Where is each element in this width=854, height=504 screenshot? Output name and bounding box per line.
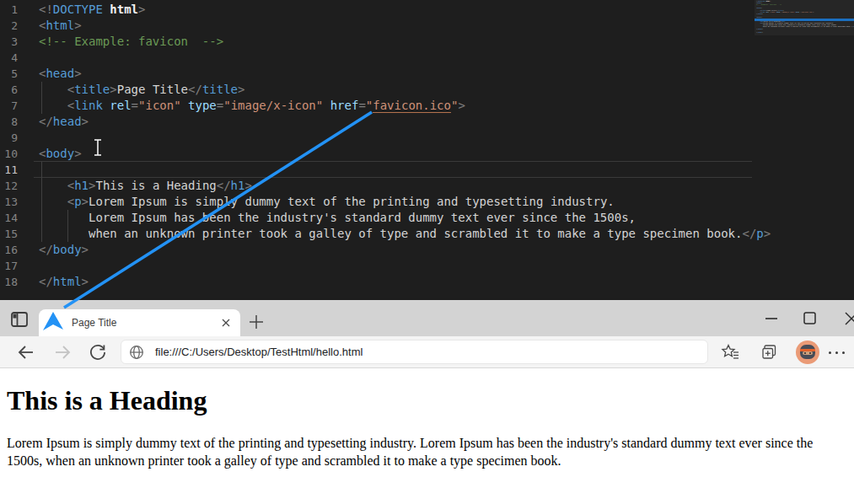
address-bar[interactable]: file:///C:/Users/Desktop/TestHtml/hello.… — [121, 340, 708, 364]
code-line[interactable]: </html> — [39, 274, 771, 290]
code-line[interactable]: <p>Lorem Ipsum is simply dummy text of t… — [39, 194, 771, 210]
forward-button[interactable] — [53, 343, 72, 362]
window-maximize-button[interactable] — [791, 300, 829, 336]
line-number: 8 — [0, 114, 18, 130]
ninja-avatar-eye — [809, 352, 811, 354]
page-heading: This is a Heading — [7, 385, 847, 416]
code-line[interactable]: <h1>This is a Heading</h1> — [39, 178, 771, 194]
code-line[interactable]: <body> — [39, 146, 771, 162]
code-line[interactable]: </body> — [39, 242, 771, 258]
code-line[interactable]: </head> — [39, 114, 771, 130]
tab-title: Page Title — [72, 317, 116, 329]
tab-close-icon[interactable] — [220, 317, 232, 329]
line-number: 9 — [0, 130, 18, 146]
line-number: 15 — [0, 226, 18, 242]
collections-icon[interactable] — [760, 343, 778, 362]
gutter: 123456789101112131415161718 — [0, 2, 18, 290]
code-line[interactable]: <link rel="icon" type="image/x-icon" hre… — [39, 98, 771, 114]
line-number: 11 — [0, 162, 18, 178]
code-line[interactable] — [39, 50, 771, 66]
line-number: 10 — [0, 146, 18, 162]
window-close-button[interactable] — [834, 300, 854, 336]
code-line[interactable]: <html> — [39, 18, 771, 34]
code-line[interactable]: when an unknown printer took a galley of… — [39, 226, 771, 242]
minimap-content: <!DOCTYPE html><html><!-- Example: favic… — [756, 0, 854, 34]
code-line[interactable]: Lorem Ipsum has been the industry's stan… — [39, 210, 771, 226]
code-line[interactable]: <!-- Example: favicon --> — [39, 34, 771, 50]
code-line[interactable]: <head> — [39, 66, 771, 82]
code-line[interactable] — [39, 162, 771, 178]
line-number: 2 — [0, 18, 18, 34]
line-number: 1 — [0, 2, 18, 18]
line-number: 5 — [0, 66, 18, 82]
favorites-icon[interactable] — [721, 343, 739, 362]
ninja-avatar-eye — [804, 352, 806, 354]
ninja-avatar-band — [800, 349, 815, 351]
code-editor[interactable]: 123456789101112131415161718 <!DOCTYPE ht… — [0, 0, 854, 300]
rendered-page: This is a Heading Lorem Ipsum is simply … — [0, 368, 854, 504]
url-text[interactable]: file:///C:/Users/Desktop/TestHtml/hello.… — [155, 346, 363, 358]
line-number: 4 — [0, 50, 18, 66]
tab-actions-menu-icon[interactable] — [11, 312, 29, 327]
minimap[interactable]: <!DOCTYPE html><html><!-- Example: favic… — [755, 0, 854, 35]
code-line[interactable]: <!DOCTYPE html> — [39, 2, 771, 18]
code-line[interactable] — [39, 130, 771, 146]
new-tab-button[interactable] — [248, 314, 265, 330]
browser-tab-bar: Page Title — [0, 300, 854, 336]
line-number: 12 — [0, 178, 18, 194]
code-lines[interactable]: <!DOCTYPE html><html><!-- Example: favic… — [39, 2, 771, 290]
code-line[interactable]: when an unknown printer took a galley of… — [756, 26, 854, 28]
line-number: 7 — [0, 98, 18, 114]
settings-ellipsis-icon[interactable] — [828, 350, 850, 355]
globe-icon — [129, 345, 144, 363]
line-number: 13 — [0, 194, 18, 210]
line-number: 16 — [0, 242, 18, 258]
window-minimize-button[interactable] — [753, 300, 791, 336]
code-line[interactable] — [39, 258, 771, 274]
line-number: 18 — [0, 274, 18, 290]
browser-tab-page-title[interactable]: Page Title — [39, 309, 240, 336]
code-line[interactable]: </html> — [756, 31, 854, 33]
code-line[interactable]: <title>Page Title</title> — [39, 82, 771, 98]
line-number: 14 — [0, 210, 18, 226]
profile-avatar[interactable] — [796, 340, 819, 364]
refresh-button[interactable] — [89, 343, 107, 362]
line-number: 3 — [0, 34, 18, 50]
line-number: 6 — [0, 82, 18, 98]
page-paragraph: Lorem Ipsum is simply dummy text of the … — [7, 434, 850, 469]
back-button[interactable] — [17, 343, 35, 362]
browser-nav-bar: file:///C:/Users/Desktop/TestHtml/hello.… — [0, 336, 854, 368]
line-number: 17 — [0, 258, 18, 274]
